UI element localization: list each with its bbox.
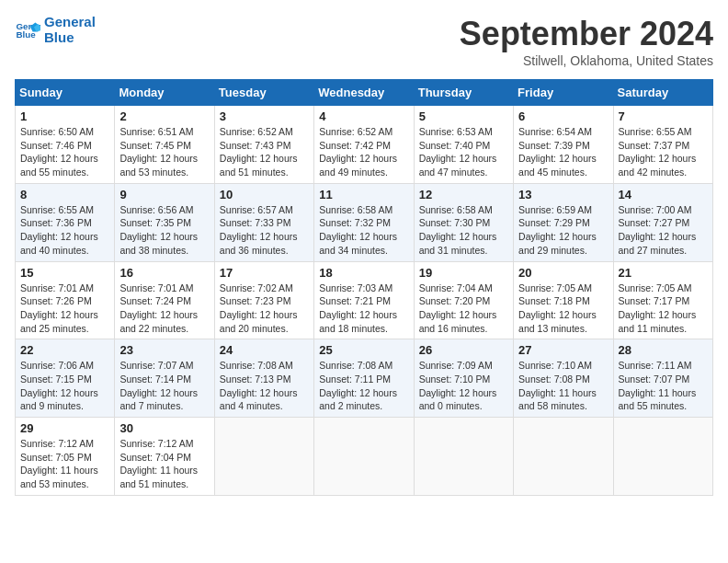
day-header-saturday: Saturday <box>613 80 712 106</box>
days-header-row: SundayMondayTuesdayWednesdayThursdayFrid… <box>16 80 713 106</box>
day-number: 5 <box>419 109 508 123</box>
month-title: September 2024 <box>460 15 713 53</box>
day-info: Sunrise: 7:01 AMSunset: 7:24 PMDaylight:… <box>119 282 209 336</box>
day-number: 27 <box>518 343 608 357</box>
calendar-cell: 19Sunrise: 7:04 AMSunset: 7:20 PMDayligh… <box>414 261 513 339</box>
day-info: Sunrise: 7:10 AMSunset: 7:08 PMDaylight:… <box>518 359 608 413</box>
day-number: 6 <box>518 109 608 123</box>
day-info: Sunrise: 7:12 AMSunset: 7:04 PMDaylight:… <box>119 437 209 491</box>
calendar-cell: 16Sunrise: 7:01 AMSunset: 7:24 PMDayligh… <box>115 261 214 339</box>
day-info: Sunrise: 7:05 AMSunset: 7:17 PMDaylight:… <box>619 282 708 336</box>
calendar-week-3: 15Sunrise: 7:01 AMSunset: 7:26 PMDayligh… <box>16 261 713 339</box>
day-header-sunday: Sunday <box>16 80 115 106</box>
calendar-cell: 23Sunrise: 7:07 AMSunset: 7:14 PMDayligh… <box>115 339 214 418</box>
calendar-cell: 28Sunrise: 7:11 AMSunset: 7:07 PMDayligh… <box>613 339 712 418</box>
day-info: Sunrise: 6:54 AMSunset: 7:39 PMDaylight:… <box>518 125 608 179</box>
day-info: Sunrise: 6:52 AMSunset: 7:42 PMDaylight:… <box>319 125 408 179</box>
calendar-cell: 20Sunrise: 7:05 AMSunset: 7:18 PMDayligh… <box>514 261 613 339</box>
day-info: Sunrise: 6:58 AMSunset: 7:30 PMDaylight:… <box>419 203 508 258</box>
calendar-cell: 11Sunrise: 6:58 AMSunset: 7:32 PMDayligh… <box>314 183 414 261</box>
day-info: Sunrise: 7:07 AMSunset: 7:14 PMDaylight:… <box>119 359 209 413</box>
day-number: 26 <box>419 343 508 357</box>
calendar-cell: 21Sunrise: 7:05 AMSunset: 7:17 PMDayligh… <box>613 261 712 339</box>
day-info: Sunrise: 6:59 AMSunset: 7:29 PMDaylight:… <box>518 203 608 258</box>
day-info: Sunrise: 7:12 AMSunset: 7:05 PMDaylight:… <box>20 437 109 491</box>
calendar-cell: 14Sunrise: 7:00 AMSunset: 7:27 PMDayligh… <box>613 183 712 261</box>
day-number: 22 <box>20 343 109 357</box>
logo-general: General <box>44 15 96 30</box>
day-number: 30 <box>119 421 209 435</box>
day-number: 14 <box>619 188 708 201</box>
day-number: 20 <box>518 266 608 280</box>
calendar-week-2: 8Sunrise: 6:55 AMSunset: 7:36 PMDaylight… <box>16 183 713 261</box>
day-info: Sunrise: 6:50 AMSunset: 7:46 PMDaylight:… <box>20 125 109 179</box>
page-header: General Blue General Blue September 2024… <box>15 15 713 68</box>
calendar-cell: 12Sunrise: 6:58 AMSunset: 7:30 PMDayligh… <box>414 183 513 261</box>
day-number: 8 <box>20 188 109 201</box>
calendar-cell: 6Sunrise: 6:54 AMSunset: 7:39 PMDaylight… <box>514 106 613 184</box>
day-number: 15 <box>20 266 109 280</box>
calendar-cell: 2Sunrise: 6:51 AMSunset: 7:45 PMDaylight… <box>115 106 214 184</box>
calendar-cell: 3Sunrise: 6:52 AMSunset: 7:43 PMDaylight… <box>214 106 313 184</box>
day-info: Sunrise: 7:09 AMSunset: 7:10 PMDaylight:… <box>419 359 508 413</box>
logo: General Blue General Blue <box>15 15 96 45</box>
day-number: 11 <box>319 188 408 201</box>
day-number: 28 <box>619 343 708 357</box>
title-area: September 2024 Stilwell, Oklahoma, Unite… <box>460 15 713 68</box>
calendar-cell: 29Sunrise: 7:12 AMSunset: 7:05 PMDayligh… <box>16 418 115 496</box>
day-number: 24 <box>220 343 309 357</box>
calendar-cell: 27Sunrise: 7:10 AMSunset: 7:08 PMDayligh… <box>514 339 613 418</box>
calendar-week-5: 29Sunrise: 7:12 AMSunset: 7:05 PMDayligh… <box>16 418 713 496</box>
day-info: Sunrise: 6:56 AMSunset: 7:35 PMDaylight:… <box>119 203 209 258</box>
calendar-cell: 17Sunrise: 7:02 AMSunset: 7:23 PMDayligh… <box>214 261 313 339</box>
day-header-thursday: Thursday <box>414 80 513 106</box>
day-number: 16 <box>119 266 209 280</box>
calendar-table: SundayMondayTuesdayWednesdayThursdayFrid… <box>15 79 713 496</box>
day-number: 18 <box>319 266 408 280</box>
calendar-cell: 15Sunrise: 7:01 AMSunset: 7:26 PMDayligh… <box>16 261 115 339</box>
day-number: 17 <box>220 266 309 280</box>
calendar-cell: 18Sunrise: 7:03 AMSunset: 7:21 PMDayligh… <box>314 261 414 339</box>
day-number: 21 <box>619 266 708 280</box>
calendar-cell: 26Sunrise: 7:09 AMSunset: 7:10 PMDayligh… <box>414 339 513 418</box>
day-info: Sunrise: 6:58 AMSunset: 7:32 PMDaylight:… <box>319 203 408 258</box>
day-number: 7 <box>619 109 708 123</box>
day-number: 13 <box>518 188 608 201</box>
calendar-cell: 24Sunrise: 7:08 AMSunset: 7:13 PMDayligh… <box>214 339 313 418</box>
day-header-friday: Friday <box>514 80 613 106</box>
day-info: Sunrise: 6:57 AMSunset: 7:33 PMDaylight:… <box>220 203 309 258</box>
day-number: 3 <box>220 109 309 123</box>
day-info: Sunrise: 7:08 AMSunset: 7:13 PMDaylight:… <box>220 359 309 413</box>
day-number: 1 <box>20 109 109 123</box>
calendar-cell: 22Sunrise: 7:06 AMSunset: 7:15 PMDayligh… <box>16 339 115 418</box>
calendar-cell <box>514 418 613 496</box>
day-header-monday: Monday <box>115 80 214 106</box>
day-number: 19 <box>419 266 508 280</box>
day-info: Sunrise: 7:00 AMSunset: 7:27 PMDaylight:… <box>619 203 708 258</box>
calendar-cell <box>613 418 712 496</box>
day-header-tuesday: Tuesday <box>214 80 313 106</box>
calendar-cell: 25Sunrise: 7:08 AMSunset: 7:11 PMDayligh… <box>314 339 414 418</box>
calendar-cell <box>414 418 513 496</box>
day-info: Sunrise: 7:03 AMSunset: 7:21 PMDaylight:… <box>319 282 408 336</box>
calendar-cell: 9Sunrise: 6:56 AMSunset: 7:35 PMDaylight… <box>115 183 214 261</box>
calendar-cell: 10Sunrise: 6:57 AMSunset: 7:33 PMDayligh… <box>214 183 313 261</box>
calendar-cell <box>314 418 414 496</box>
day-info: Sunrise: 7:08 AMSunset: 7:11 PMDaylight:… <box>319 359 408 413</box>
day-header-wednesday: Wednesday <box>314 80 414 106</box>
calendar-week-4: 22Sunrise: 7:06 AMSunset: 7:15 PMDayligh… <box>16 339 713 418</box>
logo-blue: Blue <box>44 30 96 46</box>
day-number: 12 <box>419 188 508 201</box>
day-info: Sunrise: 6:52 AMSunset: 7:43 PMDaylight:… <box>220 125 309 179</box>
location-subtitle: Stilwell, Oklahoma, United States <box>460 53 713 68</box>
day-number: 10 <box>220 188 309 201</box>
calendar-cell: 7Sunrise: 6:55 AMSunset: 7:37 PMDaylight… <box>613 106 712 184</box>
calendar-cell: 13Sunrise: 6:59 AMSunset: 7:29 PMDayligh… <box>514 183 613 261</box>
day-info: Sunrise: 6:51 AMSunset: 7:45 PMDaylight:… <box>119 125 209 179</box>
calendar-cell: 4Sunrise: 6:52 AMSunset: 7:42 PMDaylight… <box>314 106 414 184</box>
day-number: 9 <box>119 188 209 201</box>
day-number: 2 <box>119 109 209 123</box>
day-info: Sunrise: 6:53 AMSunset: 7:40 PMDaylight:… <box>419 125 508 179</box>
calendar-cell: 5Sunrise: 6:53 AMSunset: 7:40 PMDaylight… <box>414 106 513 184</box>
day-info: Sunrise: 6:55 AMSunset: 7:36 PMDaylight:… <box>20 203 109 258</box>
